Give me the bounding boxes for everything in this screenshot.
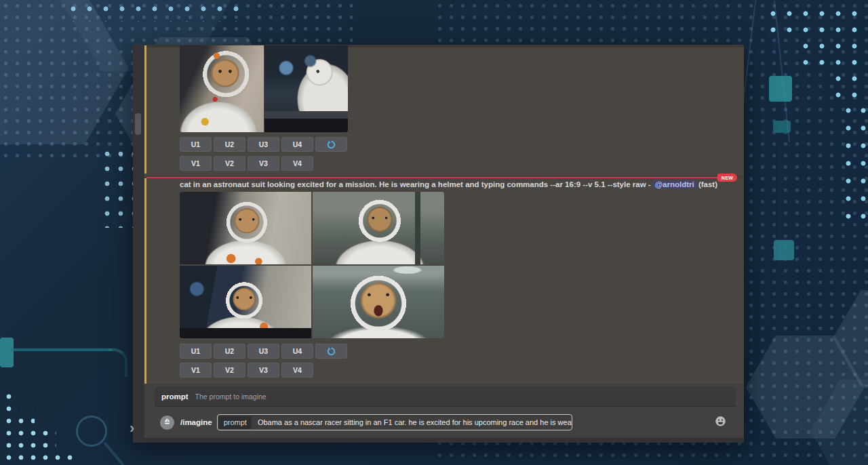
upscale-button-row: U1 U2 U3 U4 — [180, 344, 347, 359]
circuit-trace-line — [9, 348, 113, 351]
upscale-u3-button[interactable]: U3 — [248, 344, 279, 359]
upscale-button-row: U1 U2 U3 U4 — [180, 137, 347, 152]
emoji-picker-button[interactable] — [715, 416, 726, 427]
variation-v3-button[interactable]: V3 — [248, 156, 279, 171]
bright-dots-column-right — [841, 102, 868, 224]
dash-separator: - — [646, 180, 653, 188]
upscale-u1-button[interactable]: U1 — [180, 344, 212, 359]
upscale-u2-button[interactable]: U2 — [214, 137, 245, 152]
circular-arrows-icon — [327, 347, 336, 356]
variation-v4-button[interactable]: V4 — [281, 156, 313, 171]
sidebar-edge — [133, 45, 144, 443]
reroll-button[interactable] — [315, 137, 347, 152]
mention-indicator-bar — [144, 45, 146, 174]
magnifier-handle-line — [103, 442, 124, 465]
scrollbar-thumb[interactable] — [135, 113, 141, 135]
image-grid-new — [180, 192, 444, 338]
prompt-input-value: Obama as a nascar racer sitting in an F1… — [258, 418, 572, 426]
sailboat-icon — [163, 416, 172, 428]
bright-dots-cluster-midleft — [100, 146, 133, 228]
smiley-icon — [715, 418, 726, 429]
image-grid-old — [180, 45, 348, 132]
upscale-u2-button[interactable]: U2 — [214, 344, 245, 359]
generation-mode-label: (fast) — [696, 180, 717, 188]
message-prompt-text: cat in an astronaut suit looking excited… — [180, 180, 732, 188]
autocomplete-option-name: prompt — [161, 392, 189, 401]
teal-square — [0, 338, 14, 367]
bright-dots-cluster-bottomleft — [3, 390, 79, 465]
upscale-u1-button[interactable]: U1 — [180, 137, 212, 152]
generated-image-tile[interactable] — [313, 192, 444, 264]
bright-dots-strip-top — [65, 1, 248, 22]
midjourney-bot-avatar — [160, 416, 174, 430]
autocomplete-option-description: The prompt to imagine — [195, 392, 267, 401]
upscale-u4-button[interactable]: U4 — [281, 344, 313, 359]
upscale-u3-button[interactable]: U3 — [248, 137, 279, 152]
variation-button-row: V1 V2 V3 V4 — [180, 363, 313, 378]
chevron-right-icon[interactable]: › — [130, 420, 134, 437]
generated-image-tile[interactable] — [180, 266, 311, 338]
variation-v1-button[interactable]: V1 — [180, 363, 212, 378]
variation-v2-button[interactable]: V2 — [214, 363, 245, 378]
teal-square — [769, 76, 792, 102]
variation-v2-button[interactable]: V2 — [214, 156, 245, 171]
prompt-option-pill: prompt — [219, 416, 252, 429]
prompt-text: cat in an astronaut suit looking excited… — [180, 180, 646, 188]
variation-v3-button[interactable]: V3 — [248, 363, 279, 378]
teal-square — [774, 240, 794, 260]
generated-image-tile[interactable] — [264, 45, 348, 132]
magnifier-circle-outline — [76, 416, 107, 447]
message-composer: /imagine prompt Obama as a nascar racer … — [155, 407, 736, 437]
reroll-button[interactable] — [315, 344, 347, 359]
screen: › U1 U2 U3 U4 V1 V2 V3 — [0, 0, 868, 465]
prompt-input[interactable]: prompt Obama as a nascar racer sitting i… — [217, 414, 572, 430]
variation-v4-button[interactable]: V4 — [281, 363, 313, 378]
variation-v1-button[interactable]: V1 — [180, 156, 212, 171]
user-mention[interactable]: @arnoldtri — [653, 180, 696, 188]
window-bottom-edge — [133, 438, 744, 443]
generated-image-tile[interactable] — [180, 192, 311, 264]
circuit-trace-curve — [108, 348, 127, 377]
slash-command-autocomplete[interactable]: prompt The prompt to imagine — [155, 386, 736, 407]
slash-command-label: /imagine — [180, 418, 212, 426]
discord-chat-window: U1 U2 U3 U4 V1 V2 V3 V4 NEW cat in an as… — [133, 45, 744, 443]
variation-button-row: V1 V2 V3 V4 — [180, 156, 313, 171]
upscale-u4-button[interactable]: U4 — [281, 137, 313, 152]
generated-image-tile[interactable] — [313, 266, 444, 338]
circular-arrows-icon — [327, 140, 336, 149]
mention-indicator-bar — [144, 178, 146, 384]
generated-image-tile[interactable] — [180, 45, 264, 132]
